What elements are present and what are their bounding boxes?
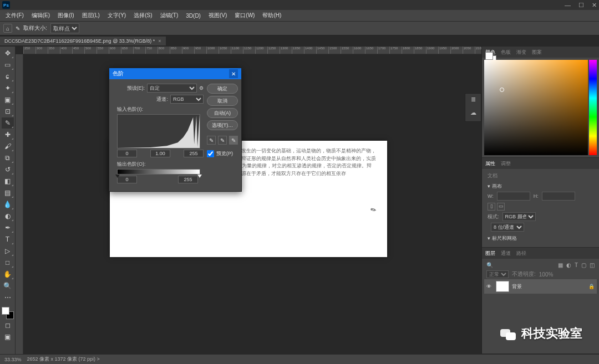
input-gamma-value[interactable]	[150, 150, 170, 157]
filter-shape-icon[interactable]: ▢	[581, 262, 586, 268]
document-tab[interactable]: DCC5DAE23D7C2B4F116226F9916B945E.png @ 3…	[0, 37, 166, 45]
layer-filter-icon[interactable]: 🔍	[486, 262, 493, 268]
height-input[interactable]	[542, 192, 575, 201]
menu-item[interactable]: 视图(V)	[205, 11, 230, 20]
white-point-eyedropper-icon[interactable]: ✎	[229, 136, 238, 145]
marquee-tool[interactable]: ▭	[2, 59, 14, 70]
input-white-value[interactable]	[184, 150, 204, 157]
path-select-tool[interactable]: ▷	[2, 245, 14, 257]
shape-tool[interactable]: □	[2, 257, 14, 268]
quick-mask-tool[interactable]: ◻	[2, 320, 14, 331]
move-tool[interactable]: ✥	[2, 48, 14, 59]
quick-select-tool[interactable]: ✦	[2, 83, 14, 94]
panel-tab[interactable]: 图层	[485, 250, 495, 257]
preview-checkbox-input[interactable]	[207, 150, 214, 157]
orient-landscape-icon[interactable]: ▭	[497, 203, 505, 211]
blend-mode-select[interactable]: 正常	[486, 270, 509, 278]
panel-tab[interactable]: 图案	[532, 49, 542, 56]
gradient-tool[interactable]: ▤	[2, 187, 14, 198]
menu-item[interactable]: 窗口(W)	[231, 11, 258, 20]
cancel-button[interactable]: 取消	[207, 96, 238, 106]
channel-select[interactable]: RGB	[170, 95, 204, 104]
filter-pixel-icon[interactable]: ▦	[558, 262, 563, 268]
stamp-tool[interactable]: ⧉	[2, 152, 14, 163]
output-white-slider[interactable]	[197, 175, 202, 178]
filter-type-icon[interactable]: T	[575, 262, 578, 268]
lasso-tool[interactable]: ɕ	[2, 71, 14, 82]
orient-portrait-icon[interactable]: ▯	[488, 203, 495, 211]
depth-select[interactable]: 8 位/通道	[491, 223, 524, 232]
heal-tool[interactable]: ✚	[2, 129, 14, 140]
auto-button[interactable]: 自动(A)	[207, 108, 238, 118]
history-panel-icon[interactable]: ≣	[468, 96, 479, 106]
menu-item[interactable]: 图层(L)	[79, 11, 103, 20]
output-gradient[interactable]	[117, 169, 200, 175]
home-button[interactable]: ⌂	[3, 24, 12, 33]
layer-thumbnail[interactable]	[496, 281, 509, 292]
menu-item[interactable]: 图像(I)	[54, 11, 77, 20]
menu-item[interactable]: 选择(S)	[130, 11, 155, 20]
type-tool[interactable]: T	[2, 234, 14, 245]
options-button[interactable]: 选项(T)…	[207, 120, 238, 130]
visibility-toggle-icon[interactable]: 👁	[486, 284, 493, 289]
panel-tab[interactable]: 色板	[501, 49, 511, 56]
menu-item[interactable]: 帮助(H)	[259, 11, 285, 20]
eyedropper-tool[interactable]: ✎	[2, 117, 14, 129]
dodge-tool[interactable]: ◐	[2, 211, 14, 222]
opacity-value[interactable]: 100%	[539, 271, 554, 278]
crop-tool[interactable]: ▣	[2, 94, 14, 105]
black-point-eyedropper-icon[interactable]: ✎	[207, 136, 216, 145]
color-picker[interactable]	[482, 58, 599, 157]
filter-adjust-icon[interactable]: ◐	[566, 262, 571, 268]
close-button[interactable]: ✕	[592, 2, 597, 9]
color-field[interactable]	[484, 60, 588, 155]
menu-item[interactable]: 文件(F)	[2, 11, 27, 20]
width-input[interactable]	[497, 192, 530, 201]
panel-tab[interactable]: 属性	[485, 160, 495, 167]
histogram[interactable]	[117, 114, 200, 148]
eraser-tool[interactable]: ◧	[2, 176, 14, 187]
output-white-value[interactable]	[178, 176, 198, 183]
brush-tool[interactable]: 🖌	[2, 141, 14, 152]
screen-mode-tool[interactable]: ▣	[2, 331, 14, 342]
document-info[interactable]: 2652 像素 x 1372 像素 (72 ppi) >	[27, 356, 100, 363]
panel-tab[interactable]: 通道	[501, 250, 511, 257]
output-black-slider[interactable]	[115, 175, 120, 178]
menu-item[interactable]: 文字(Y)	[104, 11, 129, 20]
edit-toolbar[interactable]: ⋯	[2, 292, 14, 303]
blur-tool[interactable]: 💧	[2, 199, 14, 210]
minimize-button[interactable]: —	[565, 2, 571, 9]
preset-menu-icon[interactable]: ⚙	[199, 85, 204, 91]
preset-select[interactable]: 自定	[147, 84, 197, 93]
preview-checkbox[interactable]: 预览(P)	[207, 150, 238, 157]
panel-tab[interactable]: 调整	[501, 160, 511, 167]
output-black-value[interactable]	[117, 176, 137, 183]
filter-smart-icon[interactable]: ◫	[590, 262, 595, 268]
menu-item[interactable]: 滤镜(T)	[157, 11, 182, 20]
zoom-tool[interactable]: 🔍	[2, 280, 14, 291]
hand-tool[interactable]: ✋	[2, 269, 14, 280]
zoom-level[interactable]: 33.33%	[4, 357, 22, 362]
canvas[interactable]: 2503003504004505005506006507007508008509…	[16, 47, 481, 354]
gray-point-eyedropper-icon[interactable]: ✎	[218, 136, 227, 145]
maximize-button[interactable]: ☐	[578, 2, 584, 9]
close-tab-icon[interactable]: ×	[158, 38, 161, 44]
layer-name[interactable]: 背景	[512, 283, 522, 290]
layer-row[interactable]: 👁 背景 🔒	[484, 279, 597, 294]
dialog-titlebar[interactable]: 色阶 ✕	[109, 68, 241, 79]
history-brush-tool[interactable]: ↺	[2, 164, 14, 175]
input-black-value[interactable]	[117, 150, 137, 157]
sample-size-select[interactable]: 取样点	[50, 23, 79, 33]
panel-tab[interactable]: 路径	[516, 250, 526, 257]
frame-tool[interactable]: ⊡	[2, 106, 14, 117]
color-swatches[interactable]	[2, 307, 14, 319]
pen-tool[interactable]: ✒	[2, 222, 14, 233]
panel-tab[interactable]: 渐变	[516, 49, 526, 56]
mode-select[interactable]: RGB 颜色	[502, 212, 536, 221]
menu-item[interactable]: 编辑(E)	[28, 11, 53, 20]
hue-slider[interactable]	[589, 60, 597, 155]
ok-button[interactable]: 确定	[207, 84, 238, 94]
libraries-panel-icon[interactable]: ☁	[468, 109, 479, 119]
menu-item[interactable]: 3D(D)	[182, 12, 204, 20]
dialog-close-button[interactable]: ✕	[229, 69, 238, 78]
